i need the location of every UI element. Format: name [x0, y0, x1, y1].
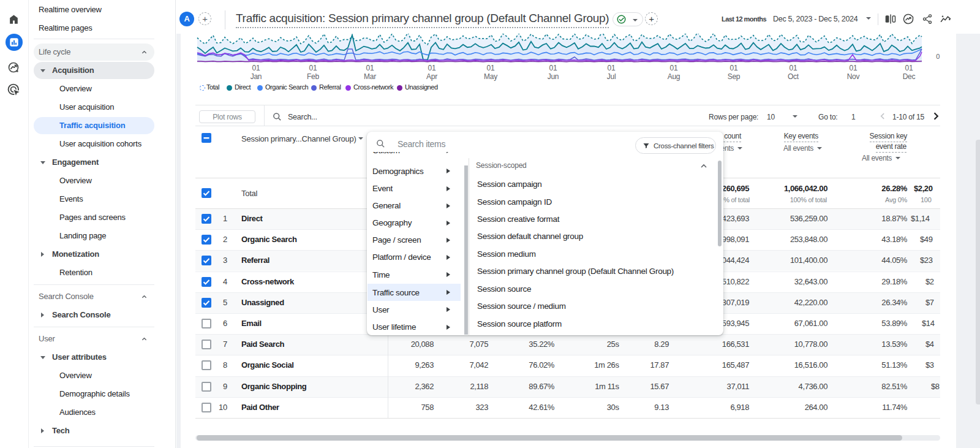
svg-text:Mar: Mar	[364, 72, 376, 81]
svg-text:01: 01	[905, 64, 913, 72]
svg-text:01: 01	[252, 64, 260, 72]
svg-text:Aug: Aug	[668, 72, 680, 81]
svg-text:01: 01	[730, 64, 738, 72]
svg-text:01: 01	[850, 64, 858, 72]
svg-text:01: 01	[790, 64, 797, 72]
svg-text:01: 01	[487, 64, 495, 72]
svg-text:0: 0	[936, 53, 940, 60]
svg-text:01: 01	[549, 64, 557, 72]
svg-text:Jul: Jul	[607, 72, 616, 81]
svg-text:01: 01	[608, 64, 616, 72]
svg-text:Oct: Oct	[788, 72, 799, 81]
svg-text:Dec: Dec	[903, 72, 916, 81]
svg-text:Feb: Feb	[307, 72, 320, 81]
svg-text:Sep: Sep	[728, 72, 741, 81]
svg-text:01: 01	[428, 64, 436, 72]
svg-text:01: 01	[670, 64, 678, 72]
svg-text:01: 01	[366, 64, 374, 72]
svg-text:Nov: Nov	[847, 72, 860, 81]
svg-text:Apr: Apr	[426, 72, 437, 81]
svg-text:Jun: Jun	[548, 72, 559, 81]
svg-text:01: 01	[309, 64, 317, 72]
svg-text:Jan: Jan	[251, 72, 262, 81]
svg-text:May: May	[484, 72, 497, 81]
